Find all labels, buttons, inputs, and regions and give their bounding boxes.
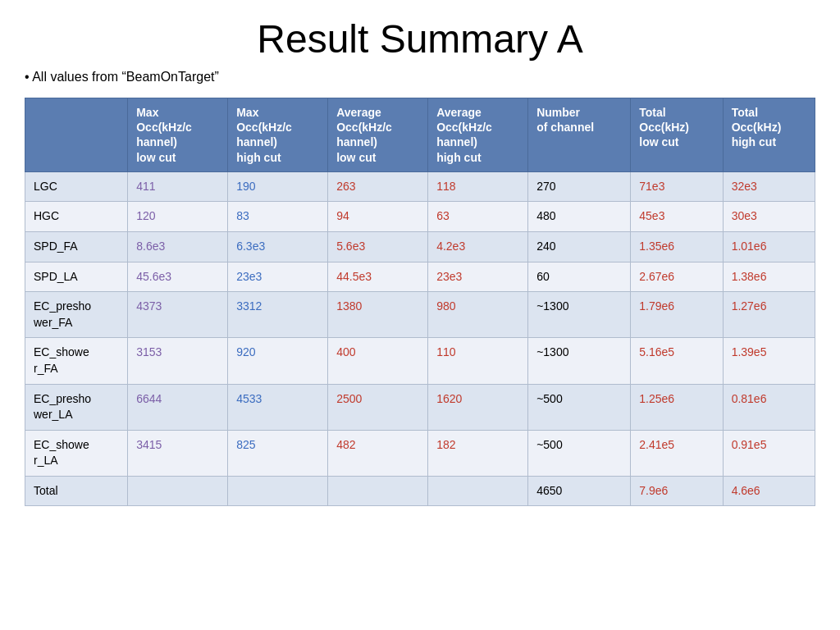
cell-value: 5.6e3 (328, 231, 428, 262)
header-max-low: MaxOcc(kHz/channel)low cut (128, 98, 228, 172)
cell-value: 23e3 (428, 262, 528, 292)
cell-value: 190 (228, 171, 328, 202)
header-avg-low: AverageOcc(kHz/channel)low cut (328, 98, 428, 172)
header-num-channel: Numberof channel (528, 98, 631, 172)
cell-value: 118 (428, 171, 528, 202)
cell-value: 5.16e5 (631, 338, 723, 384)
table-row: Total46507.9e64.6e6 (25, 476, 815, 506)
row-label: SPD_FA (25, 231, 128, 262)
cell-value: 263 (328, 171, 428, 202)
cell-value: 7.9e6 (631, 476, 723, 506)
cell-value: 3312 (228, 292, 328, 338)
cell-value: 60 (528, 262, 631, 292)
cell-value: 1.38e6 (723, 262, 815, 292)
cell-value: 400 (328, 338, 428, 384)
cell-value: 120 (128, 202, 228, 232)
cell-value: 45.6e3 (128, 262, 228, 292)
cell-value: 3153 (128, 338, 228, 384)
table-row: EC_preshower_LA6644453325001620~5001.25e… (25, 384, 815, 430)
cell-value: 2500 (328, 384, 428, 430)
cell-value: 63 (428, 202, 528, 232)
table-row: SPD_LA45.6e323e344.5e323e3602.67e61.38e6 (25, 262, 815, 292)
cell-value: 0.91e5 (723, 430, 815, 476)
table-row: HGC12083946348045e330e3 (25, 202, 815, 232)
cell-value: 1620 (428, 384, 528, 430)
row-label: EC_preshower_FA (25, 292, 128, 338)
cell-value: 1.01e6 (723, 231, 815, 262)
cell-value: 1.27e6 (723, 292, 815, 338)
header-label (25, 98, 128, 172)
cell-value: 1.35e6 (631, 231, 723, 262)
table-header-row: MaxOcc(kHz/channel)low cut MaxOcc(kHz/ch… (25, 98, 815, 172)
cell-value (128, 476, 228, 506)
cell-value (228, 476, 328, 506)
cell-value: ~500 (528, 430, 631, 476)
cell-value: 8.6e3 (128, 231, 228, 262)
cell-value: 4.6e6 (723, 476, 815, 506)
cell-value: 482 (328, 430, 428, 476)
cell-value: 44.5e3 (328, 262, 428, 292)
cell-value: 3415 (128, 430, 228, 476)
cell-value: 270 (528, 171, 631, 202)
cell-value: 1.79e6 (631, 292, 723, 338)
cell-value: 4.2e3 (428, 231, 528, 262)
cell-value: 32e3 (723, 171, 815, 202)
cell-value: 920 (228, 338, 328, 384)
cell-value: 4373 (128, 292, 228, 338)
row-label: SPD_LA (25, 262, 128, 292)
cell-value: 2.67e6 (631, 262, 723, 292)
cell-value: 411 (128, 171, 228, 202)
table-row: SPD_FA8.6e36.3e35.6e34.2e32401.35e61.01e… (25, 231, 815, 262)
cell-value: 980 (428, 292, 528, 338)
cell-value: 2.41e5 (631, 430, 723, 476)
cell-value: 110 (428, 338, 528, 384)
cell-value (428, 476, 528, 506)
header-total-low: TotalOcc(kHz)low cut (631, 98, 723, 172)
cell-value: 0.81e6 (723, 384, 815, 430)
cell-value: 45e3 (631, 202, 723, 232)
table-row: EC_shower_FA3153920400110~13005.16e51.39… (25, 338, 815, 384)
result-table: MaxOcc(kHz/channel)low cut MaxOcc(kHz/ch… (25, 98, 815, 506)
cell-value: 240 (528, 231, 631, 262)
cell-value: ~500 (528, 384, 631, 430)
cell-value: 94 (328, 202, 428, 232)
header-max-high: MaxOcc(kHz/channel)high cut (228, 98, 328, 172)
cell-value: ~1300 (528, 292, 631, 338)
table-row: LGC41119026311827071e332e3 (25, 171, 815, 202)
cell-value: 4650 (528, 476, 631, 506)
table-row: EC_shower_LA3415825482182~5002.41e50.91e… (25, 430, 815, 476)
cell-value: 23e3 (228, 262, 328, 292)
row-label: Total (25, 476, 128, 506)
subtitle: All values from “BeamOnTarget” (25, 70, 815, 84)
cell-value: ~1300 (528, 338, 631, 384)
cell-value: 83 (228, 202, 328, 232)
row-label: LGC (25, 171, 128, 202)
cell-value: 1.25e6 (631, 384, 723, 430)
cell-value: 30e3 (723, 202, 815, 232)
cell-value: 1.39e5 (723, 338, 815, 384)
row-label: EC_shower_FA (25, 338, 128, 384)
table-row: EC_preshower_FA437333121380980~13001.79e… (25, 292, 815, 338)
cell-value: 182 (428, 430, 528, 476)
cell-value: 1380 (328, 292, 428, 338)
cell-value: 6.3e3 (228, 231, 328, 262)
cell-value: 71e3 (631, 171, 723, 202)
header-total-high: TotalOcc(kHz)high cut (723, 98, 815, 172)
cell-value: 6644 (128, 384, 228, 430)
cell-value (328, 476, 428, 506)
cell-value: 4533 (228, 384, 328, 430)
cell-value: 825 (228, 430, 328, 476)
row-label: HGC (25, 202, 128, 232)
row-label: EC_shower_LA (25, 430, 128, 476)
cell-value: 480 (528, 202, 631, 232)
header-avg-high: AverageOcc(kHz/channel)high cut (428, 98, 528, 172)
row-label: EC_preshower_LA (25, 384, 128, 430)
page-title: Result Summary A (25, 16, 815, 62)
